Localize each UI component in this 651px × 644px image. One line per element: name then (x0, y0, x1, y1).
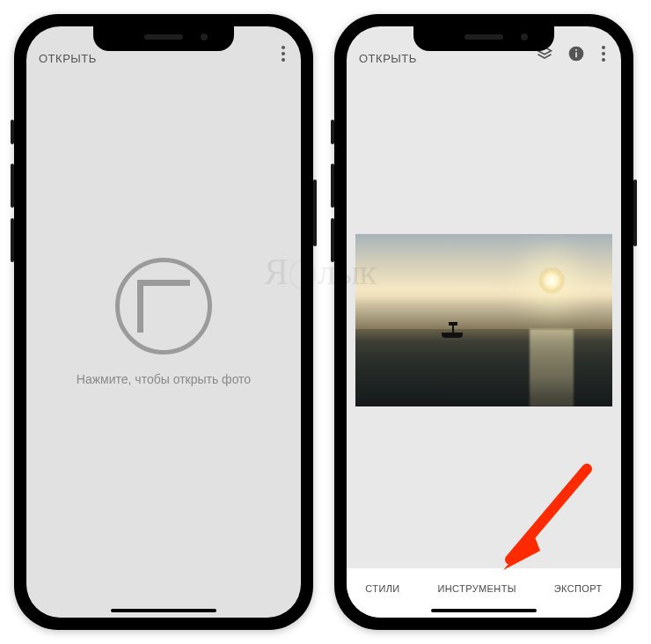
speaker-slot (464, 34, 503, 40)
open-button[interactable]: ОТКРЫТЬ (359, 52, 417, 65)
volume-up-button (331, 164, 334, 208)
tab-tools[interactable]: ИНСТРУМЕНТЫ (437, 583, 516, 594)
info-icon[interactable] (567, 44, 586, 63)
phone-mockup-right: ОТКРЫТЬ (334, 14, 633, 630)
photo-sun (538, 267, 565, 294)
screen-left: ОТКРЫТЬ Нажмите, чтобы открыть фото (26, 26, 301, 618)
volume-down-button (331, 218, 334, 262)
header-actions (278, 42, 289, 65)
tab-export[interactable]: ЭКСПОРТ (554, 583, 603, 594)
power-button (633, 179, 637, 246)
more-vert-icon[interactable] (278, 42, 289, 65)
photo-canvas[interactable] (347, 72, 621, 568)
photo-sun-reflection (530, 329, 574, 406)
svg-rect-2 (575, 49, 577, 51)
open-button[interactable]: ОТКРЫТЬ (39, 52, 97, 65)
home-indicator[interactable] (431, 609, 537, 612)
plus-icon (137, 280, 190, 333)
home-indicator[interactable] (111, 609, 216, 612)
empty-hint-text: Нажмите, чтобы открыть фото (77, 372, 251, 386)
power-button (313, 179, 317, 246)
svg-rect-1 (575, 52, 577, 57)
notch (413, 26, 554, 51)
tab-styles[interactable]: СТИЛИ (365, 583, 399, 594)
front-camera (521, 33, 528, 40)
phone-mockup-left: ОТКРЫТЬ Нажмите, чтобы открыть фото (14, 14, 313, 630)
front-camera (201, 33, 208, 40)
screenshot-stage: ОТКРЫТЬ Нажмите, чтобы открыть фото (0, 0, 651, 644)
screen-right: ОТКРЫТЬ (347, 26, 621, 618)
notch (93, 26, 234, 51)
speaker-slot (144, 34, 183, 40)
silence-switch (331, 120, 334, 144)
photo-sea (355, 329, 612, 406)
photo-preview (355, 234, 612, 406)
photo-boat (442, 322, 466, 338)
photo-sky (355, 234, 612, 329)
volume-up-button (11, 164, 14, 208)
add-photo-button[interactable] (115, 258, 212, 355)
volume-down-button (11, 218, 14, 262)
silence-switch (11, 120, 14, 144)
more-vert-icon[interactable] (598, 42, 609, 65)
empty-state: Нажмите, чтобы открыть фото (26, 26, 301, 618)
